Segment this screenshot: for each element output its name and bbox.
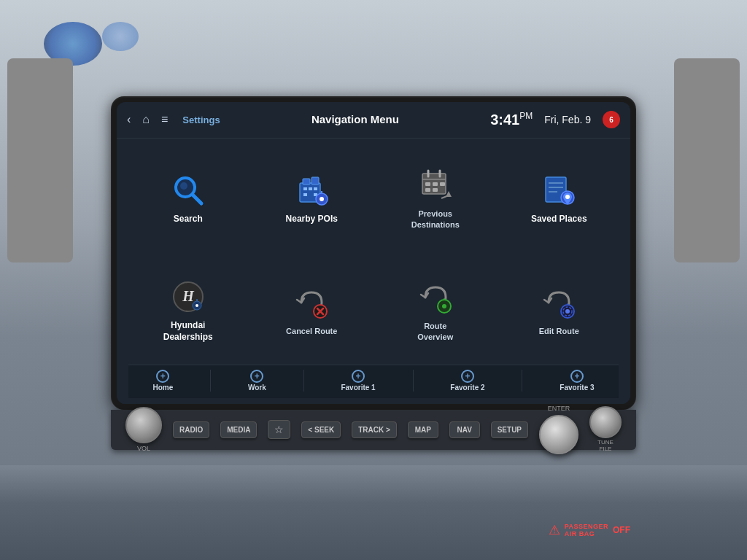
map-button[interactable]: MAP	[408, 421, 438, 438]
poi-icon	[293, 171, 330, 209]
work-quick-label: Work	[248, 384, 266, 392]
vol-label: VOL	[137, 445, 150, 452]
fav3-quick-label: Favorite 3	[560, 384, 594, 392]
screen-bezel: ‹ ⌂ ≡ Settings Navigation Menu 3:41PM Fr…	[111, 96, 636, 410]
menu-item-hyundai[interactable]: H HyundaiDealerships	[128, 257, 248, 365]
prev-dest-icon	[417, 166, 454, 204]
dash-bottom: ⚠ PASSENGERAIR BAG OFF	[0, 465, 747, 560]
hyundai-icon: H	[169, 278, 207, 316]
prev-dest-label: PreviousDestinations	[411, 209, 460, 230]
quick-separator-2	[303, 370, 304, 392]
off-badge: OFF	[613, 525, 630, 535]
home-quick-label: Home	[152, 384, 173, 392]
svg-rect-20	[440, 182, 445, 186]
svg-marker-24	[446, 191, 452, 197]
controls-bar: VOL RADIO MEDIA ☆ < SEEK TRACK > MAP NAV…	[111, 410, 636, 450]
warning-triangle-icon: ⚠	[549, 522, 560, 538]
cancel-route-label: Cancel Route	[286, 326, 337, 336]
nearby-pois-label: Nearby POIs	[286, 214, 338, 225]
svg-rect-4	[303, 179, 310, 184]
setup-button[interactable]: SETUP	[491, 421, 528, 438]
fav2-quick-label: Favorite 2	[450, 384, 484, 392]
menu-area: Search	[117, 139, 630, 404]
quick-home[interactable]: + Home	[152, 370, 173, 392]
search-label: Search	[174, 214, 203, 225]
vol-knob-group: VOL	[125, 407, 162, 452]
menu-grid: Search	[128, 144, 619, 365]
svg-point-40	[442, 304, 446, 308]
date-display: Fri, Feb. 9	[544, 114, 591, 125]
nav-button[interactable]: NAV	[449, 421, 480, 438]
time-display: 3:41PM	[490, 111, 533, 128]
menu-item-edit-route[interactable]: Edit Route	[500, 257, 619, 365]
svg-point-43	[565, 309, 570, 314]
route-overview-label: RouteOverview	[417, 321, 453, 342]
svg-point-2	[180, 182, 187, 190]
back-button[interactable]: ‹	[127, 113, 131, 126]
notification-badge: 6	[603, 111, 620, 128]
fav2-add-icon[interactable]: +	[461, 370, 474, 383]
quick-fav3[interactable]: + Favorite 3	[560, 370, 594, 392]
svg-rect-9	[303, 193, 307, 196]
tune-knob[interactable]	[589, 406, 622, 438]
star-button[interactable]: ☆	[268, 420, 290, 439]
quick-separator-3	[413, 370, 414, 392]
tune-knob-group: TUNEFILE	[589, 406, 622, 453]
svg-rect-19	[433, 182, 438, 186]
menu-item-previous-destinations[interactable]: PreviousDestinations	[376, 144, 495, 252]
menu-item-saved-places[interactable]: Saved Places	[500, 144, 619, 252]
svg-text:H: H	[182, 288, 195, 304]
fav1-quick-label: Favorite 1	[341, 384, 375, 392]
enter-knob[interactable]	[539, 415, 578, 454]
fav1-add-icon[interactable]: +	[352, 370, 365, 383]
right-vent	[674, 58, 740, 262]
tune-label: TUNEFILE	[597, 440, 614, 453]
fav3-add-icon[interactable]: +	[570, 370, 584, 383]
search-icon	[169, 171, 207, 209]
media-button[interactable]: MEDIA	[220, 421, 257, 438]
top-bar: ‹ ⌂ ≡ Settings Navigation Menu 3:41PM Fr…	[117, 102, 630, 139]
track-button[interactable]: TRACK >	[352, 421, 397, 438]
home-button[interactable]: ⌂	[142, 113, 150, 126]
radio-button[interactable]: RADIO	[173, 421, 209, 438]
saved-places-icon	[540, 171, 578, 209]
vol-knob[interactable]	[125, 407, 162, 443]
svg-rect-8	[314, 187, 317, 190]
work-add-icon[interactable]: +	[250, 370, 263, 383]
menu-button[interactable]: ≡	[161, 113, 168, 126]
svg-line-1	[193, 195, 201, 203]
svg-point-34	[196, 304, 198, 307]
settings-label[interactable]: Settings	[182, 114, 220, 125]
quick-separator-4	[522, 370, 522, 392]
menu-item-cancel-route[interactable]: Cancel Route	[252, 257, 372, 365]
svg-rect-7	[309, 187, 312, 190]
home-add-icon[interactable]: +	[156, 370, 169, 383]
quick-fav2[interactable]: + Favorite 2	[450, 370, 484, 392]
seek-back-button[interactable]: < SEEK	[301, 421, 341, 438]
svg-point-30	[565, 195, 570, 199]
quick-work[interactable]: + Work	[248, 370, 266, 392]
nav-title: Navigation Menu	[311, 113, 399, 125]
quick-fav1[interactable]: + Favorite 1	[341, 370, 375, 392]
svg-rect-5	[311, 177, 319, 184]
quick-separator-1	[210, 370, 211, 392]
menu-item-nearby-pois[interactable]: Nearby POIs	[252, 144, 372, 252]
svg-rect-6	[303, 187, 307, 190]
main-screen: ‹ ⌂ ≡ Settings Navigation Menu 3:41PM Fr…	[117, 102, 630, 404]
svg-point-12	[320, 197, 324, 201]
saved-places-label: Saved Places	[531, 214, 587, 225]
route-overview-icon	[417, 279, 454, 316]
left-vent	[7, 58, 73, 262]
hyundai-label: HyundaiDealerships	[163, 320, 213, 343]
quick-access-bar: + Home + Work + Favorite 1	[128, 365, 619, 398]
svg-rect-18	[425, 182, 430, 186]
enter-label: ENTER	[548, 405, 570, 412]
airbag-text: PASSENGERAIR BAG	[565, 523, 608, 537]
edit-route-icon	[540, 284, 578, 322]
cancel-route-icon	[293, 284, 330, 322]
edit-route-label: Edit Route	[539, 326, 579, 336]
svg-rect-22	[433, 188, 438, 192]
menu-item-search[interactable]: Search	[128, 144, 248, 252]
svg-rect-21	[425, 188, 430, 192]
menu-item-route-overview[interactable]: RouteOverview	[376, 257, 495, 365]
